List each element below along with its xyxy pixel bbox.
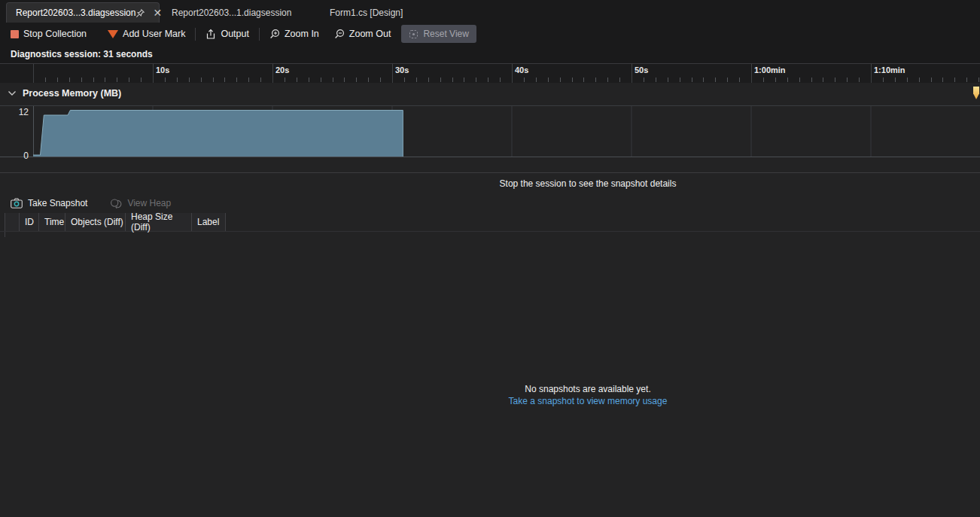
ruler-minor-tick <box>416 78 417 82</box>
zoom-out-icon <box>334 29 345 39</box>
snapshot-notice-text: Stop the session to see the snapshot det… <box>196 178 980 189</box>
output-label: Output <box>221 29 249 39</box>
ruler-minor-tick <box>727 78 728 82</box>
ruler-minor-tick <box>656 78 656 82</box>
empty-state-title: No snapshots are available yet. <box>196 383 980 395</box>
ruler-minor-tick <box>811 78 812 82</box>
close-icon[interactable]: ✕ <box>153 8 162 18</box>
ruler-minor-tick <box>787 78 788 82</box>
memory-usage-area <box>33 111 403 157</box>
view-heap-button[interactable]: View Heap <box>104 198 177 208</box>
column-header-time[interactable]: Time <box>38 213 65 231</box>
add-user-mark-label: Add User Mark <box>123 29 185 39</box>
tab-label: Form1.cs [Design] <box>330 8 403 18</box>
ruler-minor-tick <box>931 78 932 82</box>
column-header-id[interactable]: ID <box>19 213 38 231</box>
ruler-minor-tick <box>224 78 225 82</box>
ruler-minor-tick <box>105 78 105 82</box>
diagnostics-toolbar: Stop Collection Add User Mark Output <box>0 23 980 45</box>
reset-view-button[interactable]: Reset View <box>401 25 476 43</box>
timeline-ruler[interactable]: 10s20s30s40s50s1:00min1:10min <box>0 63 980 83</box>
memory-area-chart-svg <box>33 106 980 157</box>
ruler-minor-tick <box>213 78 214 82</box>
session-status-text: Diagnostics session: 31 seconds <box>11 49 153 59</box>
tab-form1-design[interactable]: Form1.cs [Design] <box>321 3 415 23</box>
ruler-minor-tick <box>775 78 776 82</box>
ruler-minor-tick <box>895 78 896 82</box>
ruler-minor-tick <box>117 78 117 82</box>
process-memory-chart[interactable]: 12 0 <box>0 105 980 157</box>
ruler-tick-label: 1:00min <box>754 65 786 75</box>
user-mark-flag-icon[interactable] <box>973 87 979 99</box>
ruler-minor-tick <box>248 78 249 82</box>
ruler-major-tick <box>272 64 273 83</box>
column-header-heap-size-diff[interactable]: Heap Size (Diff) <box>125 213 191 231</box>
ruler-minor-tick <box>189 78 190 82</box>
take-snapshot-link[interactable]: Take a snapshot to view memory usage <box>196 395 980 407</box>
ruler-minor-tick <box>883 78 884 82</box>
column-header-objects-diff[interactable]: Objects (Diff) <box>65 213 125 231</box>
stop-collection-label: Stop Collection <box>23 29 87 39</box>
ruler-minor-tick <box>236 78 237 82</box>
ruler-major-tick <box>751 64 752 83</box>
ruler-minor-tick <box>57 78 58 82</box>
tab-diagsession-1[interactable]: Report202603...1.diagsession <box>163 3 294 23</box>
ruler-minor-tick <box>859 78 860 82</box>
zoom-in-icon <box>269 29 280 39</box>
ruler-minor-tick <box>201 78 202 82</box>
snapshot-notice-bar: Stop the session to see the snapshot det… <box>0 172 980 193</box>
reset-view-label: Reset View <box>423 29 468 39</box>
zoom-in-label: Zoom In <box>285 29 319 39</box>
chevron-down-icon[interactable] <box>8 90 17 96</box>
ruler-minor-tick <box>129 78 129 82</box>
ruler-minor-tick <box>500 78 501 82</box>
ruler-tick-label: 40s <box>515 65 528 75</box>
ruler-minor-tick <box>45 78 46 82</box>
add-user-mark-button[interactable]: Add User Mark <box>100 24 193 44</box>
pin-icon[interactable] <box>135 8 145 18</box>
ruler-minor-tick <box>141 78 142 82</box>
take-snapshot-label: Take Snapshot <box>28 198 87 208</box>
ruler-minor-tick <box>835 78 835 82</box>
ruler-major-tick <box>512 64 513 83</box>
stop-collection-button[interactable]: Stop Collection <box>3 24 94 44</box>
toolbar-separator <box>259 28 260 41</box>
ruler-minor-tick <box>703 78 704 82</box>
ruler-minor-tick <box>847 78 848 82</box>
ruler-minor-tick <box>440 78 441 82</box>
ruler-minor-tick <box>309 78 309 82</box>
take-snapshot-button[interactable]: Take Snapshot <box>5 198 93 208</box>
diagnostics-session-window: Report202603...3.diagsession ✕ Report202… <box>0 0 980 517</box>
ruler-minor-tick <box>572 78 573 82</box>
ruler-tick-label: 30s <box>395 65 409 75</box>
output-icon <box>205 29 216 40</box>
ruler-minor-tick <box>404 78 405 82</box>
ruler-axis-origin-line <box>33 64 34 83</box>
ruler-minor-tick <box>823 78 823 82</box>
y-axis-tick-zero: 0 <box>3 151 29 161</box>
ruler-minor-tick <box>524 78 525 82</box>
ruler-minor-tick <box>607 78 608 82</box>
toolbar-separator <box>195 28 196 41</box>
ruler-minor-tick <box>680 78 680 82</box>
snapshot-toolbar: Take Snapshot View Heap <box>0 193 980 213</box>
column-header-label[interactable]: Label <box>191 213 226 231</box>
ruler-tick-label: 20s <box>275 65 289 75</box>
ruler-minor-tick <box>285 78 285 82</box>
ruler-minor-tick <box>644 78 644 82</box>
heap-icon <box>110 198 122 208</box>
zoom-in-button[interactable]: Zoom In <box>262 24 327 44</box>
ruler-minor-tick <box>333 78 333 82</box>
tab-diagsession-3[interactable]: Report202603...3.diagsession ✕ <box>6 2 160 23</box>
ruler-minor-tick <box>966 78 967 82</box>
process-memory-title: Process Memory (MB) <box>23 88 121 99</box>
zoom-out-button[interactable]: Zoom Out <box>327 24 399 44</box>
output-button[interactable]: Output <box>198 24 257 44</box>
ruler-minor-tick <box>321 78 321 82</box>
ruler-minor-tick <box>692 78 692 82</box>
column-header-blank[interactable] <box>5 213 19 231</box>
zoom-out-label: Zoom Out <box>349 29 391 39</box>
view-heap-label: View Heap <box>127 198 171 208</box>
ruler-minor-tick <box>165 78 166 82</box>
ruler-minor-tick <box>942 78 943 82</box>
